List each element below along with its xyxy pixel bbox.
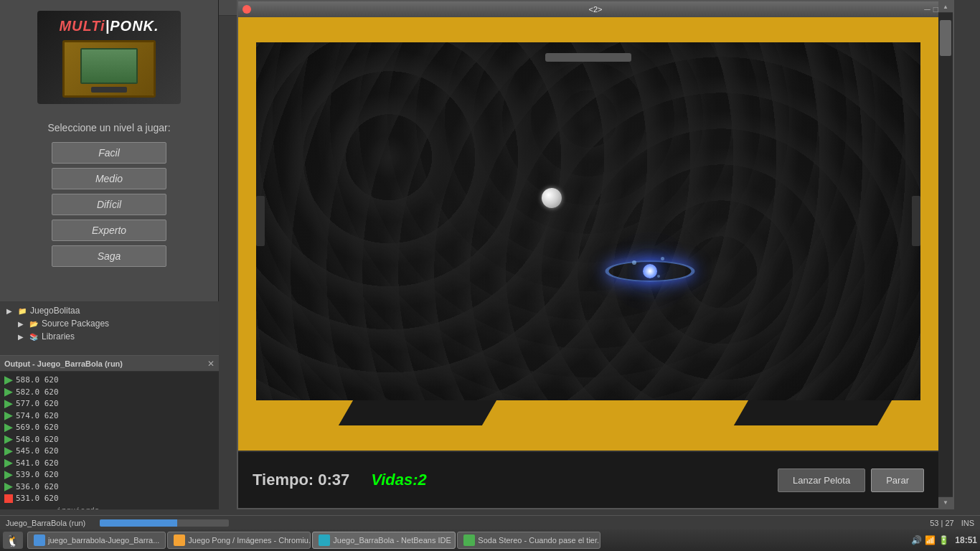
level-dificil-button[interactable]: Difícil (52, 194, 166, 215)
taskbar-battery-icon[interactable]: 🔋 (938, 535, 949, 545)
run-icon-5 (4, 423, 13, 432)
game-scrollbar[interactable]: ▲ ▼ (938, 1, 953, 508)
taskbar-app-4[interactable]: Soda Stereo - Cuando pase el tier... (457, 532, 600, 549)
taskbar-app-label-2: Juego Pong / Imágenes - Chromiu... (188, 536, 311, 545)
run-icon-10 (4, 483, 13, 491)
output-separator: --------izquierda (4, 505, 215, 510)
output-line-5: 569.0 620 (4, 422, 215, 434)
scrollbar-handle[interactable] (940, 20, 951, 56)
taskbar-app-icon-1 (34, 534, 45, 546)
border-left (238, 42, 256, 425)
border-right (920, 42, 938, 425)
taskbar-app-icon-2 (174, 534, 185, 546)
window-close-button[interactable] (242, 5, 251, 14)
taskbar-app-label-4: Soda Stereo - Cuando pase el tier... (478, 536, 600, 545)
border-top (238, 17, 938, 42)
vidas-display: Vidas:2 (371, 471, 426, 489)
nb-menu-strip (219, 0, 237, 16)
select-level-label: Seleccione un nivel a jugar: (47, 122, 170, 133)
taskbar-system-icons: 🔊 📶 🔋 (911, 535, 949, 545)
game-background (256, 42, 920, 425)
output-line-7: 545.0 620 (4, 446, 215, 458)
output-text-7: 545.0 620 (16, 446, 59, 458)
taskbar-volume-icon[interactable]: 🔊 (911, 535, 922, 545)
game-info-bar: Tiempo: 0:37 Vidas:2 Lanzar Pelota Parar (238, 451, 938, 508)
energy-spark-3 (661, 257, 664, 260)
output-text-11: 531.0 620 (16, 493, 59, 505)
output-close-button[interactable]: ✕ (207, 359, 215, 369)
output-text-2: 582.0 620 (16, 387, 59, 399)
output-text-3: 577.0 620 (16, 398, 59, 410)
taskbar-right: 🔊 📶 🔋 18:51 (911, 535, 977, 545)
taskbar-app-2[interactable]: Juego Pong / Imágenes - Chromiu... (167, 532, 311, 549)
tree-libraries[interactable]: ▶ 📚 Libraries (4, 330, 215, 343)
run-icon (4, 376, 13, 385)
output-text-5: 569.0 620 (16, 422, 59, 434)
expand-icon: ▶ (16, 319, 26, 329)
project-name: JuegoBolitaa (30, 306, 80, 316)
output-line-2: 582.0 620 (4, 387, 215, 399)
output-text-8: 541.0 620 (16, 458, 59, 470)
taskbar-app-label-3: Juego_BarraBola - NetBeans IDE (333, 536, 451, 545)
tiempo-display: Tiempo: 0:37 (253, 471, 349, 489)
game-window-title: <2> (589, 5, 603, 14)
run-icon-3 (4, 400, 13, 408)
output-text-4: 574.0 620 (16, 410, 59, 423)
source-folder-icon: 📂 (29, 319, 39, 329)
tree-source-packages[interactable]: ▶ 📂 Source Packages (4, 317, 215, 330)
game-window-titlebar: <2> ─ □ ✕ (238, 1, 953, 17)
run-icon-4 (4, 412, 13, 420)
taskbar: 🐧 juego_barrabola-Juego_Barra... Juego P… (0, 529, 980, 551)
taskbar-app-1[interactable]: juego_barrabola-Juego_Barra... (27, 532, 166, 549)
level-facil-button[interactable]: Facil (52, 142, 166, 164)
output-text-10: 536.0 620 (16, 481, 59, 494)
game-logo: MULTi|PONK. (37, 11, 181, 104)
status-app-name: Juego_BarraBola (run) (6, 519, 85, 527)
yellow-stripe (238, 400, 920, 425)
run-icon-8 (4, 459, 13, 468)
output-text-9: 539.0 620 (16, 469, 59, 481)
taskbar-app-3[interactable]: Juego_BarraBola - NetBeans IDE (312, 532, 456, 549)
output-line-11: 531.0 620 (4, 493, 215, 505)
status-position: 53 | 27 (930, 519, 953, 527)
run-icon-2 (4, 388, 13, 397)
start-icon: 🐧 (6, 534, 20, 547)
output-separator-text: --------izquierda (19, 505, 100, 510)
run-icon-7 (4, 447, 13, 456)
scrollbar-down-button[interactable]: ▼ (938, 496, 953, 508)
game-area: Tiempo: 0:37 Vidas:2 Lanzar Pelota Parar (238, 17, 938, 508)
taskbar-clock: 18:51 (955, 535, 977, 545)
project-folder-icon: 📁 (17, 306, 27, 316)
ide-status-bar: Juego_BarraBola (run) 53 | 27 INS (0, 515, 980, 529)
window-maximize-button[interactable]: □ (933, 4, 938, 14)
taskbar-start-button[interactable]: 🐧 (3, 532, 23, 549)
level-medio-button[interactable]: Medio (52, 168, 166, 189)
taskbar-network-icon[interactable]: 📶 (925, 535, 936, 545)
source-packages-label: Source Packages (42, 319, 109, 329)
output-line-9: 539.0 620 (4, 469, 215, 481)
output-line-10: 536.0 620 (4, 481, 215, 494)
game-buttons: Lanzar Pelota Parar (778, 468, 924, 492)
output-line-8: 541.0 620 (4, 458, 215, 470)
diagonal-stripe-1 (339, 400, 496, 425)
run-icon-6 (4, 435, 13, 444)
window-controls (242, 5, 251, 14)
output-content[interactable]: 588.0 620 582.0 620 577.0 620 574.0 620 … (0, 372, 219, 509)
lanzar-pelota-button[interactable]: Lanzar Pelota (778, 468, 865, 492)
energy-spark-1 (632, 260, 636, 265)
level-saga-button[interactable]: Saga (52, 245, 166, 267)
game-ball (542, 188, 562, 208)
output-line-4: 574.0 620 (4, 410, 215, 423)
taskbar-app-label-1: juego_barrabola-Juego_Barra... (48, 536, 159, 545)
parar-button[interactable]: Parar (871, 468, 924, 492)
floral-overlay (256, 42, 920, 425)
project-tree: ▶ 📁 JuegoBolitaa ▶ 📂 Source Packages ▶ 📚… (0, 301, 219, 355)
taskbar-app-icon-4 (463, 534, 475, 546)
window-minimize-button[interactable]: ─ (924, 4, 930, 14)
status-progress-bar (100, 519, 229, 527)
output-line-3: 577.0 620 (4, 398, 215, 410)
tree-project-root[interactable]: ▶ 📁 JuegoBolitaa (4, 304, 215, 317)
output-panel: Output - Juego_BarraBola (run) ✕ 588.0 6… (0, 355, 219, 509)
level-experto-button[interactable]: Experto (52, 220, 166, 241)
scrollbar-up-button[interactable]: ▲ (938, 1, 953, 13)
